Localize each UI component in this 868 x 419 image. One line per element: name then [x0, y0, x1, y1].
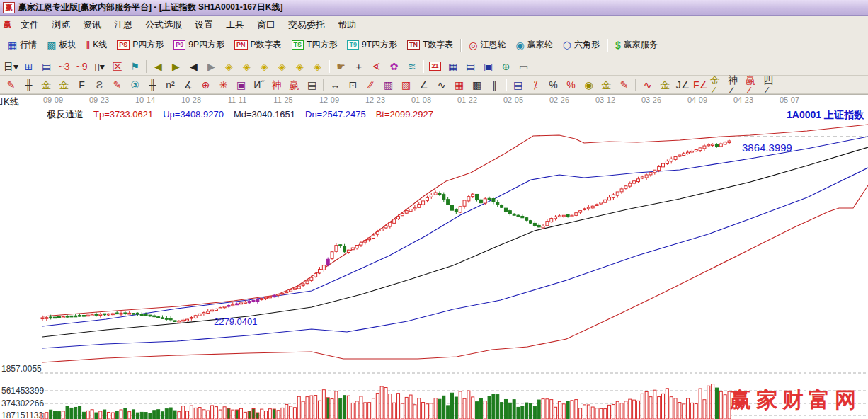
tool-wave-9[interactable]: ~9 [73, 59, 91, 74]
btn-sectors[interactable]: ▩板块 [42, 36, 81, 54]
tool-clipboard[interactable]: ▤ [38, 59, 55, 74]
tool-wave-split[interactable]: ∿ [639, 77, 656, 93]
tool-h-measure[interactable]: ↔ [326, 77, 344, 93]
tool-ying-grid[interactable]: 赢 [285, 77, 303, 93]
btn-9p-square[interactable]: P99P四方形 [169, 36, 229, 54]
tool-j-angle[interactable]: J∠ [674, 77, 692, 93]
tool-nav-first[interactable]: ◀ [149, 59, 167, 74]
menu-8[interactable]: 交易委托 [282, 17, 331, 32]
tool-save[interactable]: ▣ [479, 59, 497, 74]
tool-crosshair[interactable]: ＋ [350, 59, 367, 74]
tool-angle-a[interactable]: ∡ [179, 77, 197, 93]
tool-f-angle[interactable]: F∠ [692, 77, 709, 93]
tool-f-grid[interactable]: F [73, 77, 91, 93]
tool-grid-dark[interactable]: ▩ [468, 77, 486, 93]
tool-ying-angle[interactable]: 赢∠ [745, 77, 763, 93]
tool-percent-t[interactable]: ⁒ [527, 77, 544, 93]
tool-wave-3[interactable]: ~3 [55, 59, 73, 74]
menu-9[interactable]: 帮助 [331, 17, 362, 32]
tool-gold-level[interactable]: 金 [598, 77, 615, 93]
candle-body [397, 217, 400, 219]
btn-hexagon[interactable]: ⬡六角形 [558, 36, 605, 54]
btn-t-number-table[interactable]: TNT数字表 [402, 36, 458, 54]
tool-shen-grid[interactable]: 神 [268, 77, 285, 93]
tool-n-squared[interactable]: n² [161, 77, 179, 93]
tool-gold-underline[interactable]: 金 [656, 77, 674, 93]
tool-star-target[interactable]: ✳ [215, 77, 232, 93]
tool-gold-angle[interactable]: 金∠ [709, 77, 727, 93]
menu-5[interactable]: 设置 [188, 17, 219, 32]
tool-region[interactable]: 区 [108, 59, 126, 74]
tool-percent-line[interactable]: % [562, 77, 580, 93]
tool-percent[interactable]: % [544, 77, 562, 93]
tool-tick-lines[interactable]: ╫ [144, 77, 161, 93]
tool-fan-red[interactable]: ▧ [397, 77, 415, 93]
tool-calculator[interactable]: ▦ [444, 59, 462, 74]
tool-zigzag[interactable]: ∿ [433, 77, 450, 93]
tool-parallel-lines[interactable]: ∥ [486, 77, 503, 93]
volume-bar [513, 400, 515, 419]
tool-gann-flower[interactable]: ✿ [385, 59, 403, 74]
nav-last-icon: ▶ [172, 62, 180, 71]
tool-angle-lines[interactable]: ∠ [415, 77, 433, 93]
tool-box-target[interactable]: ▣ [232, 77, 250, 93]
tool-diamond-right[interactable]: ◈ [238, 59, 256, 74]
btn-9t-square[interactable]: T99T四方形 [342, 36, 402, 54]
tool-grid-red[interactable]: ▦ [450, 77, 468, 93]
tool-ruler-123[interactable]: ▤ [303, 77, 321, 93]
tool-nav-last[interactable]: ▶ [167, 59, 185, 74]
tool-ray-fan[interactable]: ∕∕ [362, 77, 379, 93]
btn-kline[interactable]: ‖K线 [81, 36, 112, 54]
tool-grid-lines[interactable]: ╫ [20, 77, 38, 93]
tool-nav-prev[interactable]: ◀ [185, 59, 202, 74]
tool-chart-flag[interactable]: ⚑ [126, 59, 144, 74]
menu-3[interactable]: 江恩 [108, 17, 139, 32]
tool-diamond-left[interactable]: ◈ [220, 59, 238, 74]
tool-diamond-expand-all[interactable]: ◈ [291, 59, 309, 74]
tool-diamond-h-expand[interactable]: ◈ [256, 59, 273, 74]
menu-0[interactable]: 文件 [14, 17, 45, 32]
volume-bar [550, 400, 553, 419]
tool-diamond-compress[interactable]: ◈ [273, 59, 291, 74]
btn-t-square[interactable]: TST四方形 [287, 36, 343, 54]
menu-7[interactable]: 窗口 [251, 17, 282, 32]
tool-nav-next[interactable]: ▶ [202, 59, 220, 74]
tool-compass-target[interactable]: ⊕ [197, 77, 215, 93]
tool-hand-tool[interactable]: ☛ [332, 59, 350, 74]
menu-4[interactable]: 公式选股 [139, 17, 188, 32]
btn-winner-wheel[interactable]: ◉赢家轮 [511, 36, 558, 54]
tool-i-marks[interactable]: И˝ [250, 77, 268, 93]
tool-pen-ruler[interactable]: ✎ [108, 77, 126, 93]
tool-gold-circle[interactable]: ◉ [580, 77, 598, 93]
tool-notes[interactable]: ▤ [462, 59, 479, 74]
tool-four-angle[interactable]: 四∠ [763, 77, 780, 93]
btn-winner-service[interactable]: $赢家服务 [610, 36, 663, 54]
tool-shen-angle[interactable]: 神∠ [727, 77, 745, 93]
menu-1[interactable]: 浏览 [45, 17, 76, 32]
tool-period-selector[interactable]: 日▾ [2, 59, 20, 74]
btn-quotes[interactable]: ▦行情 [3, 36, 42, 54]
tool-level-list[interactable]: ▤ [509, 77, 527, 93]
btn-p-square[interactable]: PSP四方形 [112, 36, 169, 54]
tool-circle-3[interactable]: ③ [126, 77, 144, 93]
tool-brush-bars[interactable]: ✎ [615, 77, 633, 93]
tool-gold-grid-2[interactable]: 金 [55, 77, 73, 93]
tool-diamond-reset[interactable]: ◈ [309, 59, 326, 74]
tool-spiral[interactable]: Ƨ [91, 77, 108, 93]
tool-network-globe[interactable]: ⊕ [497, 59, 515, 74]
tool-brush[interactable]: ✎ [2, 77, 20, 93]
btn-gann-wheel[interactable]: ◎江恩轮 [464, 36, 510, 54]
tool-calendar-21[interactable]: 21 [426, 59, 444, 74]
tool-workstation[interactable]: ▭ [515, 59, 532, 74]
tool-fan-purple[interactable]: ▨ [379, 77, 397, 93]
tool-box-plus[interactable]: ⊡ [344, 77, 362, 93]
chart-canvas[interactable]: 1857.00555614533993743022661871511333864… [0, 94, 868, 419]
menu-2[interactable]: 资讯 [76, 17, 108, 32]
tool-layout[interactable]: ⊞ [20, 59, 38, 74]
tool-candle-style[interactable]: ▯▾ [91, 59, 108, 74]
tool-angle-measure[interactable]: ∢ [367, 59, 385, 74]
tool-entangle-lines[interactable]: ≋ [403, 59, 421, 74]
btn-p-number-table[interactable]: PNP数字表 [229, 36, 287, 54]
menu-6[interactable]: 工具 [219, 17, 251, 32]
tool-gold-grid-1[interactable]: 金 [38, 77, 55, 93]
